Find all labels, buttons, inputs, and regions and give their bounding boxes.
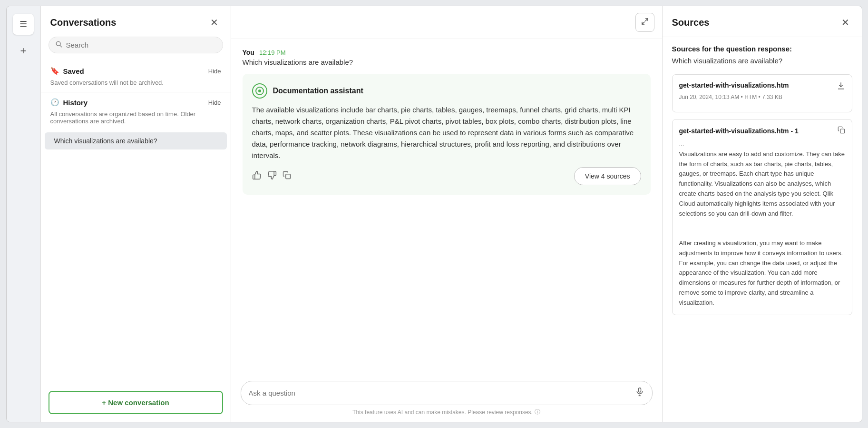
saved-title: Saved	[63, 67, 84, 75]
plus-icon: +	[20, 45, 27, 57]
copy-response-button[interactable]	[283, 170, 291, 182]
user-text: Which visualizations are available?	[243, 58, 651, 66]
sources-header: Sources ✕	[663, 6, 862, 37]
source-file-name: get-started-with-visualizations.htm	[679, 81, 833, 89]
conversation-list: Which visualizations are available?	[41, 130, 231, 383]
new-conversation-button[interactable]: + New conversation	[49, 391, 223, 414]
assistant-message: Documentation assistant The available vi…	[243, 74, 651, 195]
ai-disclaimer: This feature uses AI and can make mistak…	[241, 405, 653, 418]
search-container	[41, 37, 231, 61]
view-sources-label: View 4 sources	[585, 172, 630, 180]
svg-rect-5	[638, 388, 641, 392]
user-message: You 12:19 PM Which visualizations are av…	[243, 49, 651, 66]
chat-input[interactable]	[249, 389, 631, 397]
history-description: All conversations are organized based on…	[41, 109, 231, 130]
saved-description: Saved conversations will not be archived…	[41, 77, 231, 92]
feedback-buttons	[252, 170, 291, 182]
conversation-item-text: Which visualizations are available?	[54, 137, 157, 145]
close-sources-button[interactable]: ✕	[839, 16, 852, 29]
chat-messages: You 12:19 PM Which visualizations are av…	[231, 39, 662, 373]
source-excerpt-text: ... Visualizations are easy to add and c…	[679, 139, 845, 308]
assistant-name: Documentation assistant	[273, 87, 363, 95]
sources-panel: Sources ✕ Sources for the question respo…	[662, 6, 862, 422]
history-section-header: 🕐 History Hide	[41, 92, 231, 109]
close-conversations-button[interactable]: ✕	[208, 16, 221, 29]
search-icon	[56, 41, 62, 49]
assistant-header: Documentation assistant	[252, 83, 641, 99]
saved-section-header: 🔖 Saved Hide	[41, 61, 231, 77]
svg-point-3	[258, 90, 261, 92]
hide-history-button[interactable]: Hide	[208, 99, 221, 106]
thumbs-down-button[interactable]	[267, 170, 277, 182]
sources-title: Sources	[672, 17, 710, 28]
user-time: 12:19 PM	[259, 49, 286, 56]
new-item-button[interactable]: +	[15, 42, 32, 60]
chat-topbar	[231, 6, 662, 39]
source-excerpt-card: get-started-with-visualizations.htm - 1 …	[672, 119, 852, 315]
conversations-title: Conversations	[50, 17, 117, 28]
history-icon: 🕐	[50, 98, 59, 107]
disclaimer-text: This feature uses AI and can make mistak…	[352, 409, 533, 416]
download-source-button[interactable]	[837, 81, 845, 92]
list-item[interactable]: Which visualizations are available?	[45, 132, 227, 149]
app-container: ☰ + Conversations ✕	[6, 6, 862, 422]
close-icon: ✕	[210, 17, 218, 28]
assistant-icon	[252, 83, 267, 99]
assistant-text: The available visualizations include bar…	[252, 104, 641, 161]
source-file-card: get-started-with-visualizations.htm Jun …	[672, 74, 852, 112]
search-wrapper	[49, 37, 223, 53]
thumbs-up-icon	[252, 172, 262, 182]
copy-icon	[283, 172, 291, 181]
conversations-panel: Conversations ✕ 🔖 Saved H	[41, 6, 231, 422]
thumbs-down-icon	[267, 172, 277, 182]
expand-icon	[641, 18, 649, 27]
view-sources-button[interactable]: View 4 sources	[574, 167, 641, 185]
svg-rect-8	[840, 129, 845, 133]
hamburger-icon: ☰	[20, 19, 27, 30]
toggle-conversations-button[interactable]: ☰	[13, 14, 34, 35]
chat-area: You 12:19 PM Which visualizations are av…	[231, 6, 662, 422]
source-excerpt-name: get-started-with-visualizations.htm - 1	[679, 127, 799, 135]
mic-button[interactable]	[635, 387, 644, 399]
conversations-header: Conversations ✕	[41, 6, 231, 37]
history-title: History	[63, 99, 88, 107]
user-meta: You 12:19 PM	[243, 49, 651, 56]
svg-rect-4	[285, 174, 290, 179]
bookmark-icon: 🔖	[50, 67, 59, 75]
sources-for-label: Sources for the question response:	[672, 45, 852, 53]
user-name: You	[243, 49, 254, 56]
search-input[interactable]	[66, 41, 216, 49]
close-sources-icon: ✕	[841, 17, 849, 28]
mic-icon	[635, 388, 644, 398]
sources-question: Which visualizations are available?	[672, 57, 852, 65]
source-file-meta: Jun 20, 2024, 10:13 AM • HTM • 7.33 KB	[679, 94, 845, 100]
saved-label: 🔖 Saved	[50, 67, 84, 75]
copy-excerpt-button[interactable]	[838, 126, 845, 136]
hide-saved-button[interactable]: Hide	[208, 68, 221, 75]
svg-line-1	[60, 45, 62, 47]
source-excerpt-header: get-started-with-visualizations.htm - 1	[679, 126, 845, 136]
thumbs-up-button[interactable]	[252, 170, 262, 182]
source-file-header: get-started-with-visualizations.htm	[679, 81, 845, 92]
sources-body: Sources for the question response: Which…	[663, 37, 862, 422]
chat-input-area: This feature uses AI and can make mistak…	[231, 373, 662, 422]
sidebar-toggle-panel: ☰ +	[7, 6, 41, 422]
assistant-actions: View 4 sources	[252, 167, 641, 185]
info-icon: ⓘ	[535, 408, 540, 416]
expand-chat-button[interactable]	[635, 13, 654, 32]
history-label: 🕐 History	[50, 98, 88, 107]
new-conversation-label: + New conversation	[102, 398, 169, 407]
chat-input-wrapper	[241, 381, 653, 405]
